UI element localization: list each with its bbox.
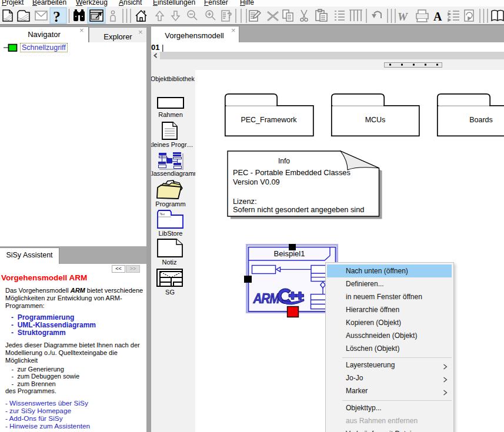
svg-text:?: ? [53,8,61,25]
svg-text:?: ? [227,11,232,20]
svg-text:ARM: ARM [253,291,280,307]
svg-text:MCUs: MCUs [365,116,386,124]
svg-text:Info: Info [278,157,290,165]
svg-text:PEC - Portable Embedded Classe: PEC - Portable Embedded Classes [233,168,351,177]
svg-text:Sofern nicht gesondert angegeb: Sofern nicht gesondert angegeben sind [233,205,364,214]
svg-text:W: W [398,11,408,23]
svg-text:PEC_Framework: PEC_Framework [241,116,297,124]
svg-text:A: A [433,10,442,23]
svg-text:Version V0.09: Version V0.09 [233,178,280,186]
svg-text:Boards: Boards [469,116,493,124]
